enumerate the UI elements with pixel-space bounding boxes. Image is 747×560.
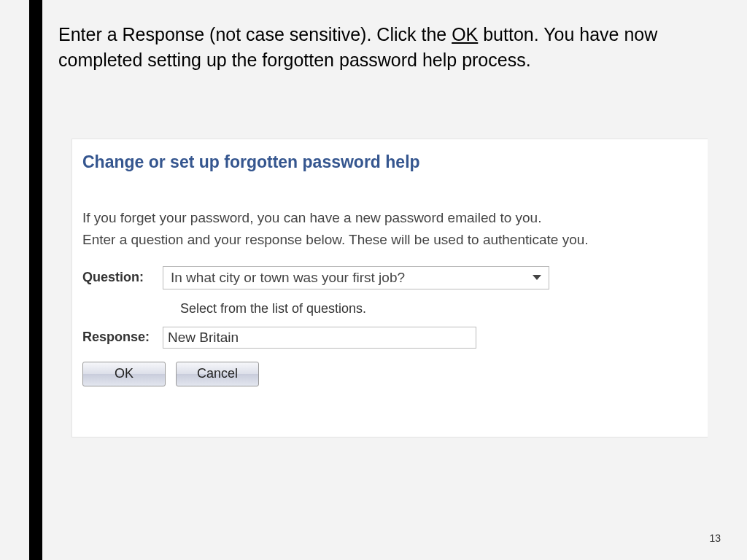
button-row: OK Cancel — [82, 362, 697, 386]
response-input[interactable] — [163, 327, 476, 349]
ok-button[interactable]: OK — [82, 362, 166, 386]
question-row: Question: In what city or town was your … — [82, 266, 697, 289]
ok-button-label: OK — [115, 366, 133, 381]
instruction-part1: Enter a Response (not case sensitive). C… — [58, 24, 452, 44]
form-desc-line2: Enter a question and your response below… — [82, 229, 697, 251]
response-row: Response: — [82, 327, 697, 349]
question-select[interactable]: In what city or town was your first job? — [163, 266, 549, 289]
form-desc-line1: If you forget your password, you can hav… — [82, 207, 697, 229]
cancel-button[interactable]: Cancel — [176, 362, 259, 386]
question-value: In what city or town was your first job? — [171, 270, 405, 286]
instruction-ok-word: OK — [452, 24, 478, 44]
form-title: Change or set up forgotten password help — [82, 152, 697, 172]
form-description: If you forget your password, you can hav… — [82, 207, 697, 252]
question-label: Question: — [82, 270, 163, 285]
instruction-text: Enter a Response (not case sensitive). C… — [58, 22, 693, 73]
chevron-down-icon — [533, 275, 541, 280]
form-panel: Change or set up forgotten password help… — [71, 139, 708, 438]
page-number: 13 — [709, 532, 721, 544]
cancel-button-label: Cancel — [197, 366, 238, 381]
question-helper-text: Select from the list of questions. — [180, 301, 697, 316]
response-label: Response: — [82, 330, 163, 345]
divider-bar — [29, 0, 42, 560]
